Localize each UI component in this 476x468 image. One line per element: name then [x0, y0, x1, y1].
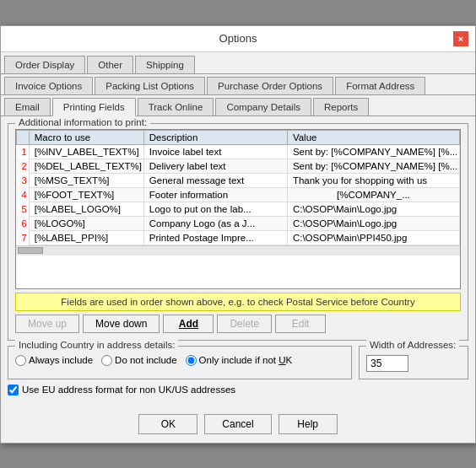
value-cell: Thank you for shopping with us [287, 173, 459, 187]
row-number: 6 [17, 216, 30, 230]
radio-do-not-include[interactable]: Do not include [101, 355, 177, 366]
macros-table-container[interactable]: Macro to use Description Value 1 [%INV_L… [15, 129, 461, 289]
desc-cell: General message text [143, 173, 287, 187]
tabs-row-2: Invoice Options Packing List Options Pur… [1, 74, 475, 95]
row-number: 1 [17, 144, 30, 159]
group-label: Additional information to print: [15, 117, 150, 127]
eu-checkbox[interactable] [8, 385, 19, 395]
table-row[interactable]: 7 [%LABEL_PPI%] Printed Postage Impre...… [17, 230, 460, 245]
dialog-title: Options [23, 32, 453, 45]
desc-cell: Logo to put on the lab... [143, 202, 287, 216]
address-group: Including Country in address details: Al… [8, 346, 352, 379]
table-row[interactable]: 1 [%INV_LABEL_TEXT%] Invoice label text … [17, 144, 460, 159]
bottom-buttons-row: OK Cancel Help [1, 409, 475, 443]
col-desc-header: Description [143, 130, 287, 144]
row-number: 7 [17, 230, 30, 245]
row-number: 3 [17, 173, 30, 187]
row-number: 4 [17, 187, 30, 202]
title-bar: Options × [1, 26, 475, 52]
radio-always-include[interactable]: Always include [15, 355, 93, 366]
value-cell: Sent by: [%COMPANY_NAME%] [%... [287, 159, 459, 173]
col-macro-header: Macro to use [29, 130, 143, 144]
eu-checkbox-label: Use EU address format for non UK/US addr… [22, 385, 235, 395]
tab-reports[interactable]: Reports [313, 98, 369, 116]
desc-cell: Footer information [143, 187, 287, 202]
macro-cell: [%INV_LABEL_TEXT%] [29, 144, 143, 159]
value-cell: C:\OSOP\Main\PPI450.jpg [287, 230, 459, 245]
move-up-button[interactable]: Move up [15, 315, 79, 333]
width-group-label: Width of Addresses: [366, 340, 459, 350]
tabs-row-3: Email Printing Fields Track Online Compa… [1, 95, 475, 116]
table-row[interactable]: 2 [%DEL_LABEL_TEXT%] Delivery label text… [17, 159, 460, 173]
table-row[interactable]: 5 [%LABEL_LOGO%] Logo to put on the lab.… [17, 202, 460, 216]
delete-button[interactable]: Delete [217, 315, 272, 333]
cancel-button[interactable]: Cancel [204, 414, 271, 434]
address-width-section: Including Country in address details: Al… [8, 346, 468, 379]
desc-cell: Company Logo (as a J... [143, 216, 287, 230]
width-input[interactable] [366, 355, 408, 372]
macro-cell: [%MSG_TEXT%] [29, 173, 143, 187]
additional-info-group: Additional information to print: Macro t… [8, 123, 468, 341]
desc-cell: Printed Postage Impre... [143, 230, 287, 245]
eu-checkbox-row: Use EU address format for non UK/US addr… [8, 385, 468, 395]
address-radio-row: Always include Do not include Only inclu… [15, 355, 344, 366]
options-dialog: Options × Order Display Other Shipping I… [0, 25, 476, 444]
edit-button[interactable]: Edit [275, 315, 326, 333]
tab-company-details[interactable]: Company Details [215, 98, 311, 116]
value-cell: Sent by: [%COMPANY_NAME%] [%... [287, 144, 459, 159]
tab-invoice-options[interactable]: Invoice Options [4, 77, 93, 94]
close-button[interactable]: × [453, 31, 468, 46]
macros-table: Macro to use Description Value 1 [%INV_L… [16, 130, 460, 245]
macro-cell: [%LOGO%] [29, 216, 143, 230]
move-down-button[interactable]: Move down [83, 315, 160, 333]
col-num-header [17, 130, 30, 144]
address-group-label: Including Country in address details: [15, 340, 178, 350]
value-cell: C:\OSOP\Main\Logo.jpg [287, 216, 459, 230]
tab-shipping[interactable]: Shipping [135, 56, 195, 73]
col-value-header: Value [287, 130, 459, 144]
tab-format-address[interactable]: Format Address [335, 77, 425, 94]
macro-cell: [%LABEL_PPI%] [29, 230, 143, 245]
table-row[interactable]: 6 [%LOGO%] Company Logo (as a J... C:\OS… [17, 216, 460, 230]
tab-email[interactable]: Email [4, 98, 51, 116]
desc-cell: Delivery label text [143, 159, 287, 173]
scroll-thumb[interactable] [18, 247, 43, 254]
help-button[interactable]: Help [279, 414, 338, 434]
tab-other[interactable]: Other [87, 56, 133, 73]
radio-only-not-uk[interactable]: Only include if not UK [186, 355, 293, 366]
add-button[interactable]: Add [163, 315, 214, 333]
table-row[interactable]: 4 [%FOOT_TEXT%] Footer information [%COM… [17, 187, 460, 202]
table-row[interactable]: 3 [%MSG_TEXT%] General message text Than… [17, 173, 460, 187]
horizontal-scrollbar[interactable] [16, 245, 460, 256]
tab-order-display[interactable]: Order Display [4, 56, 85, 73]
main-content: Additional information to print: Macro t… [1, 116, 475, 409]
row-number: 2 [17, 159, 30, 173]
tab-packing-list[interactable]: Packing List Options [95, 77, 205, 94]
value-cell: C:\OSOP\Main\Logo.jpg [287, 202, 459, 216]
tabs-row-1: Order Display Other Shipping [1, 52, 475, 74]
tab-track-online[interactable]: Track Online [138, 98, 214, 116]
ok-button[interactable]: OK [138, 414, 197, 434]
tab-purchase-order[interactable]: Purchase Order Options [207, 77, 333, 94]
row-number: 5 [17, 202, 30, 216]
macro-cell: [%DEL_LABEL_TEXT%] [29, 159, 143, 173]
value-cell: [%COMPANY_... [287, 187, 459, 202]
desc-cell: Invoice label text [143, 144, 287, 159]
tab-printing-fields[interactable]: Printing Fields [52, 98, 136, 116]
info-bar: Fields are used in order shown above, e.… [15, 293, 461, 311]
macro-cell: [%LABEL_LOGO%] [29, 202, 143, 216]
width-group: Width of Addresses: [359, 346, 468, 379]
action-buttons-row: Move up Move down Add Delete Edit [15, 315, 461, 333]
macro-cell: [%FOOT_TEXT%] [29, 187, 143, 202]
